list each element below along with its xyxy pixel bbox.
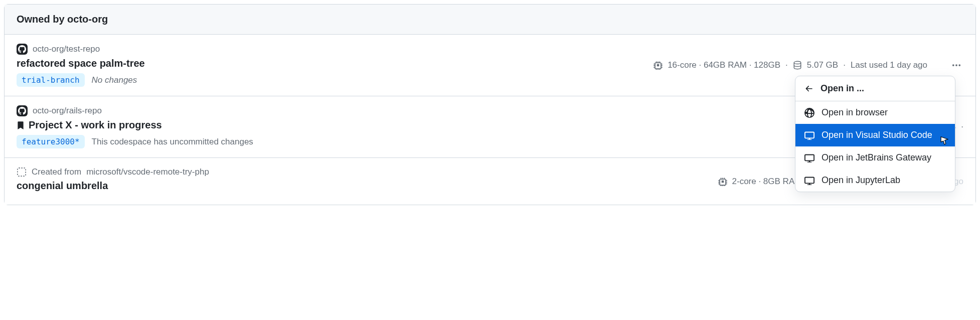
specs-text: 16-core · 64GB RAM · 128GB	[668, 60, 780, 70]
kebab-menu-button[interactable]	[949, 58, 963, 72]
repo-name[interactable]: microsoft/vscode-remote-try-php	[86, 167, 209, 177]
branch-line: feature3000* This codespace has uncommit…	[17, 135, 839, 148]
menu-item-label: Open in JetBrains Gateway	[822, 152, 931, 163]
github-icon	[17, 44, 28, 55]
branch-pill[interactable]: feature3000*	[17, 135, 85, 148]
repo-name[interactable]: octo-org/rails-repo	[33, 106, 102, 116]
menu-item-jupyter[interactable]: Open in JupyterLab	[795, 169, 955, 192]
branch-line: trial-branch No changes	[17, 73, 654, 87]
menu-item-vscode[interactable]: Open in Visual Studio Code	[795, 124, 955, 146]
menu-header[interactable]: Open in ...	[795, 76, 955, 101]
branch-note: This codespace has uncommitted changes	[92, 137, 253, 147]
cpu-icon	[654, 61, 663, 70]
monitor-icon	[804, 176, 814, 186]
menu-item-label: Open in browser	[822, 107, 888, 118]
menu-item-jetbrains[interactable]: Open in JetBrains Gateway	[795, 146, 955, 169]
codespace-row: octo-org/test-repo refactored space palm…	[5, 35, 975, 96]
database-icon	[793, 61, 802, 70]
panel-header: Owned by octo-org	[5, 5, 975, 35]
row-left: octo-org/rails-repo Project X - work in …	[17, 105, 839, 148]
separator-dot: ·	[785, 60, 788, 70]
branch-note: No changes	[92, 75, 137, 85]
separator-dot: ·	[961, 122, 963, 132]
codespace-title[interactable]: refactored space palm-tree	[17, 58, 654, 69]
separator-dot: ·	[843, 60, 846, 70]
svg-point-3	[958, 64, 960, 66]
repo-name[interactable]: octo-org/test-repo	[33, 44, 100, 54]
svg-rect-4	[18, 168, 26, 176]
github-icon	[17, 105, 28, 116]
svg-point-1	[952, 64, 954, 66]
last-used-text: Last used 1 day ago	[851, 60, 927, 70]
panel-title: Owned by octo-org	[17, 14, 108, 25]
monitor-icon	[804, 130, 814, 140]
repo-line: octo-org/test-repo	[17, 44, 654, 55]
repo-prefix: Created from	[32, 167, 81, 177]
menu-item-browser[interactable]: Open in browser	[795, 101, 955, 124]
cpu-icon	[718, 177, 727, 186]
codespace-title[interactable]: Project X - work in progress	[17, 119, 839, 131]
bookmark-icon	[17, 121, 25, 130]
globe-icon	[804, 108, 814, 118]
row-left: octo-org/test-repo refactored space palm…	[17, 44, 654, 87]
codespace-title[interactable]: congenial umbrella	[17, 180, 718, 192]
codespaces-panel: Owned by octo-org octo-org/test-repo ref…	[4, 4, 976, 205]
row-left: Created from microsoft/vscode-remote-try…	[17, 167, 718, 196]
arrow-left-icon[interactable]	[804, 84, 813, 93]
menu-item-label: Open in Visual Studio Code	[822, 130, 932, 140]
menu-header-text: Open in ...	[821, 83, 864, 94]
menu-item-label: Open in JupyterLab	[822, 175, 900, 186]
open-in-menu: Open in ... Open in browser Open in Visu…	[795, 76, 955, 192]
svg-point-2	[955, 64, 957, 66]
branch-pill[interactable]: trial-branch	[17, 73, 85, 87]
repo-line: Created from microsoft/vscode-remote-try…	[17, 167, 718, 177]
repo-line: octo-org/rails-repo	[17, 105, 839, 116]
template-icon	[17, 167, 27, 177]
monitor-icon	[804, 153, 814, 163]
svg-point-0	[794, 61, 801, 64]
row-right: 16-core · 64GB RAM · 128GB · 5.07 GB · L…	[654, 58, 963, 72]
storage-text: 5.07 GB	[807, 60, 838, 70]
